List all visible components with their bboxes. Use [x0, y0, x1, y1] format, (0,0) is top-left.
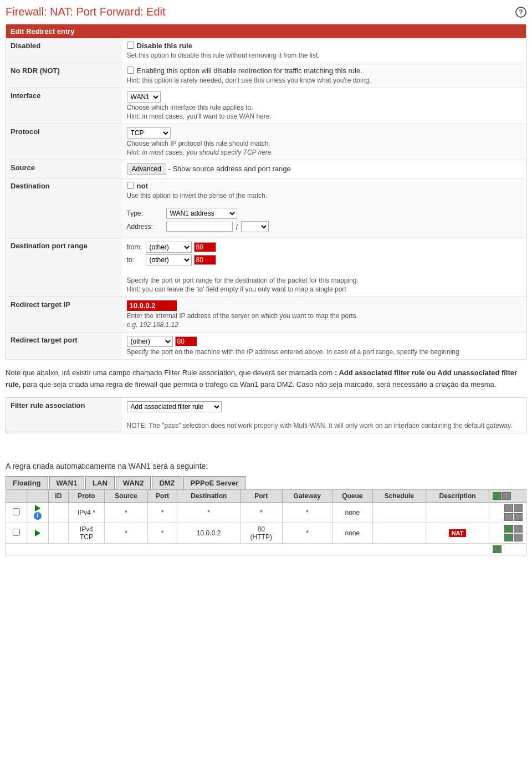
no-rdr-hint: Hint: this option is rarely needed, don'…	[127, 76, 522, 84]
tab-lan[interactable]: LAN	[85, 476, 115, 489]
row2-schedule	[372, 523, 426, 543]
dest-port-range-row: Destination port range from: (other) 80 …	[6, 238, 526, 297]
filter-rule-select[interactable]: Add associated filter rule Add unassocia…	[127, 401, 222, 412]
row1-dest-port: *	[240, 502, 282, 523]
row1-schedule	[372, 502, 426, 523]
to-label: to:	[127, 256, 144, 264]
from-select[interactable]: (other) 80 (HTTP)	[146, 242, 192, 253]
row1-gateway: *	[282, 502, 332, 523]
col-destination: Destination	[177, 489, 240, 502]
no-rdr-checkbox[interactable]	[127, 67, 134, 74]
row1-checkbox[interactable]	[13, 508, 20, 515]
interface-hint2: Hint: in most cases, you'll want to use …	[127, 113, 522, 120]
row1-dest: *	[177, 502, 240, 523]
row2-check	[6, 523, 27, 543]
row2-gateway: *	[282, 523, 332, 543]
no-rdr-field: Enabling this option will disable redire…	[122, 63, 526, 88]
port-range-hint1: Specify the port or port range for the d…	[127, 277, 522, 284]
row2-proto: IPv4TCP	[68, 523, 104, 543]
tab-floating[interactable]: Floating	[6, 476, 48, 489]
no-rdr-checkbox-label: Enabling this option will disable redire…	[137, 67, 362, 75]
redirect-ip-input[interactable]	[127, 300, 177, 311]
import-icon[interactable]	[502, 492, 511, 500]
row2-description: NAT	[426, 523, 489, 543]
row1-edit-icon[interactable]	[504, 504, 513, 512]
filter-rule-note: NOTE: The "pass" selection does not work…	[127, 422, 522, 430]
protocol-row: Protocol TCP UDP TCP/UDP Choose which IP…	[6, 124, 526, 160]
row1-move-icon[interactable]	[504, 513, 513, 521]
row1-play-icon[interactable]	[35, 505, 40, 512]
destination-not-checkbox[interactable]	[127, 182, 134, 189]
table-row-extra	[6, 543, 526, 555]
edit-form-header: Edit Redirect entry	[6, 24, 526, 39]
tab-wan2[interactable]: WAN2	[116, 476, 151, 489]
row1-actions: i	[27, 502, 48, 523]
source-hint: - Show source address and port range	[168, 165, 291, 173]
paragraph1-start: Note que abaixo, irá existir uma campo c…	[6, 369, 335, 377]
protocol-field: TCP UDP TCP/UDP Choose which IP protocol…	[122, 124, 526, 160]
destination-cidr-select[interactable]	[241, 221, 269, 232]
destination-address-label: Address:	[127, 223, 163, 231]
row1-copy-icon[interactable]	[514, 504, 523, 512]
row1-info-icon[interactable]: i	[34, 512, 42, 520]
col-source: Source	[105, 489, 148, 502]
row1-check	[6, 502, 27, 523]
row2-play-icon[interactable]	[35, 530, 40, 536]
port-range-hint2: Hint: you can leave the 'to' field empty…	[127, 285, 522, 293]
col-actions	[27, 489, 48, 502]
to-select[interactable]: (other) 80 (HTTP)	[146, 254, 192, 265]
row2-checkbox[interactable]	[13, 529, 20, 536]
redirect-ip-row: Redirect target IP Enter the internal IP…	[6, 297, 526, 333]
help-icon[interactable]: ?	[515, 7, 526, 18]
to-port-input[interactable]	[194, 255, 216, 265]
disabled-label: Disabled	[6, 38, 122, 63]
tab-wan1[interactable]: WAN1	[49, 476, 85, 489]
row2-edit-icon[interactable]	[504, 525, 513, 533]
paragraph1-end: para que seja criada uma regra de firewa…	[21, 380, 496, 388]
nat-badge: NAT	[449, 529, 467, 537]
dest-port-range-field: from: (other) 80 (HTTP) to: (other) 80 (…	[122, 238, 526, 297]
interface-select[interactable]: WAN1 WAN2 LAN	[127, 91, 161, 103]
col-queue: Queue	[332, 489, 372, 502]
col-check	[6, 489, 27, 502]
interface-field: WAN1 WAN2 LAN Choose which interface thi…	[122, 88, 526, 124]
row2-dest-port: 80(HTTP)	[240, 523, 282, 543]
redirect-port-label: Redirect target port	[6, 333, 122, 360]
destination-address-input[interactable]	[166, 222, 233, 232]
redirect-ip-field: Enter the internal IP address of the ser…	[122, 297, 526, 333]
tab-pppoe-server[interactable]: PPPoE Server	[183, 476, 246, 489]
redirect-port-hint: Specify the port on the machine with the…	[127, 348, 522, 356]
redirect-port-select[interactable]: (other) 80 (HTTP)	[127, 336, 173, 347]
tab-dmz[interactable]: DMZ	[152, 476, 182, 489]
filter-rule-field: Add associated filter rule Add unassocia…	[122, 397, 526, 433]
filter-rule-label: Filter rule association	[6, 397, 122, 433]
row2-delete-icon[interactable]	[514, 534, 523, 541]
col-dest-port: Port	[240, 489, 282, 502]
advanced-button[interactable]: Advanced	[127, 163, 166, 175]
row3-icon1[interactable]	[493, 545, 502, 553]
row2-copy-icon[interactable]	[514, 525, 523, 533]
col-proto: Proto	[68, 489, 104, 502]
source-field: Advanced - Show source address and port …	[122, 160, 526, 178]
disabled-checkbox[interactable]	[127, 42, 134, 49]
row2-move-icon[interactable]	[504, 534, 513, 541]
protocol-select[interactable]: TCP UDP TCP/UDP	[127, 127, 171, 139]
disabled-hint: Set this option to disable this rule wit…	[127, 52, 522, 59]
add-icon[interactable]	[493, 492, 502, 500]
row1-delete-icon[interactable]	[514, 513, 523, 521]
col-port: Port	[147, 489, 177, 502]
section2-heading: A regra criada automaticamente na WAN1 s…	[6, 462, 526, 471]
redirect-port-input[interactable]	[175, 336, 197, 346]
redirect-port-row: Redirect target port (other) 80 (HTTP) S…	[6, 333, 526, 360]
col-icons	[489, 489, 526, 502]
destination-type-select[interactable]: WAN1 address any Single host or alias	[166, 208, 237, 219]
destination-slash: /	[236, 223, 238, 231]
redirect-port-field: (other) 80 (HTTP) Specify the port on th…	[122, 333, 526, 360]
redirect-ip-hint1: Enter the internal IP address of the ser…	[127, 312, 522, 320]
destination-row: Destination not Use this option to inver…	[6, 178, 526, 238]
from-port-input[interactable]	[194, 242, 216, 252]
body-paragraph: Note que abaixo, irá existir uma campo c…	[6, 367, 526, 391]
row1-proto: IPv4 *	[68, 502, 104, 523]
row1-description	[426, 502, 489, 523]
fw-tabs-container: Floating WAN1 LAN WAN2 DMZ PPPoE Server	[6, 476, 526, 489]
